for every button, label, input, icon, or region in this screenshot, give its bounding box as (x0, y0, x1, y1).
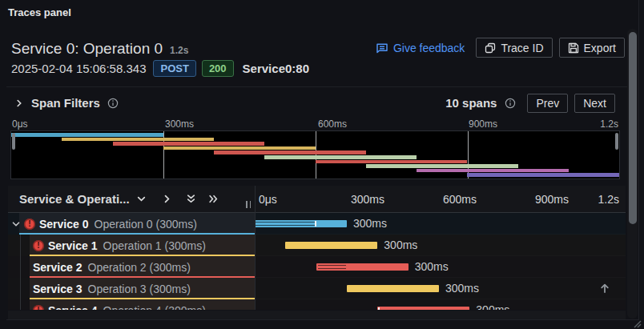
trace-id-button[interactable]: Trace ID (476, 38, 552, 58)
status-badge: 200 (202, 60, 234, 77)
trace-id-label: Trace ID (501, 42, 543, 54)
span-filters-label: Span Filters (31, 96, 100, 110)
axis-tick: 0μs (12, 118, 28, 130)
prev-span-button[interactable]: Prev (527, 94, 568, 113)
span-bar[interactable] (316, 263, 409, 271)
indent-guide (20, 235, 21, 256)
scrollbar-thumb[interactable] (629, 32, 637, 224)
comment-icon (376, 42, 388, 54)
minimap-span (214, 150, 366, 154)
service-name: Service 1 (48, 239, 98, 252)
service-name: Service 0 (39, 218, 89, 231)
service-name: Service 2 (33, 261, 83, 274)
axis-tick: 600ms (443, 193, 477, 206)
export-label: Export (584, 42, 616, 54)
axis-tick: 600ms (318, 118, 347, 130)
operation-name: Operation 3 (300ms) (88, 283, 191, 295)
child-span-stripe (255, 222, 315, 226)
service-host: Service0:80 (243, 62, 309, 75)
chevron-down-icon[interactable] (136, 194, 147, 204)
trace-duration: 1.2s (170, 45, 188, 56)
span-row-service-4[interactable]: ! Service 4 Operation 4 (300ms) 300ms (8, 299, 626, 310)
span-filters-toggle[interactable]: Span Filters (14, 96, 119, 110)
error-icon: ! (24, 219, 35, 230)
trace-header: Service 0: Operation 0 1.2s (11, 40, 188, 58)
axis-tick: 1.2s (600, 118, 618, 130)
operation-name: Operation 4 (300ms) (103, 304, 206, 311)
double-chevron-down-icon[interactable] (186, 194, 196, 204)
child-span-stripe (318, 265, 346, 269)
axis-tick: 0μs (259, 193, 277, 206)
span-rows: ! Service 0 Operation 0 (300ms) 300ms (8, 213, 626, 310)
column-resize-handle[interactable] (246, 201, 251, 208)
chevron-down-icon[interactable] (11, 219, 21, 229)
axis-tick: 900ms (469, 118, 497, 130)
double-chevron-right-icon[interactable] (208, 194, 219, 204)
span-bar[interactable] (285, 242, 377, 249)
span-bar[interactable] (255, 220, 347, 227)
operation-name: Operation 2 (300ms) (88, 261, 191, 274)
trace-title: Service 0: Operation 0 (11, 40, 163, 58)
span-duration-label: 300ms (476, 303, 509, 310)
info-icon[interactable] (505, 98, 516, 109)
minimap-span (467, 173, 619, 177)
name-column-header: Service & Operati... (19, 192, 130, 206)
table-header: Service & Operati... 0μs 300ms 600ms (8, 186, 626, 213)
method-badge: POST (153, 60, 195, 77)
span-duration-label: 300ms (384, 239, 417, 251)
minimap-span (11, 133, 163, 137)
span-duration-label: 300ms (353, 217, 387, 230)
span-row-service-0[interactable]: ! Service 0 Operation 0 (300ms) 300ms (8, 213, 626, 235)
span-bar[interactable] (377, 307, 469, 310)
axis-tick: 900ms (535, 193, 569, 206)
minimap-span (417, 169, 569, 173)
timeline-axis: 0μs 300ms 600ms 900ms 1.2s (255, 186, 626, 212)
span-count: 10 spans (445, 96, 497, 110)
prev-label: Prev (536, 97, 559, 110)
span-duration-label: 300ms (445, 282, 479, 295)
span-table: Service & Operati... 0μs 300ms 600ms (8, 186, 626, 310)
operation-name: Operation 0 (300ms) (95, 218, 197, 231)
minimap-span (113, 142, 265, 146)
operation-name: Operation 1 (300ms) (103, 239, 206, 252)
next-span-button[interactable]: Next (574, 94, 615, 113)
minimap-axis: 0μs 300ms 600ms 900ms 1.2s (10, 118, 620, 129)
span-bar[interactable] (347, 285, 439, 292)
give-feedback-link[interactable]: Give feedback (376, 42, 465, 54)
panel-border (638, 0, 639, 320)
axis-tick: 300ms (351, 193, 384, 206)
info-icon[interactable] (107, 98, 119, 109)
minimap-span (366, 164, 518, 168)
indent-guide (20, 278, 21, 299)
chevron-right-icon (14, 98, 24, 108)
span-duration-label: 300ms (415, 260, 449, 273)
export-button[interactable]: Export (559, 38, 625, 58)
copy-icon (485, 42, 496, 54)
span-tick (378, 307, 380, 310)
minimap-span (316, 160, 468, 164)
panel-resize-handle[interactable] (632, 317, 642, 329)
save-icon (568, 42, 579, 54)
horizontal-scrollbar[interactable] (8, 311, 626, 319)
traces-panel: Traces panel Service 0: Operation 0 1.2s… (0, 0, 644, 329)
minimap-right-handle[interactable] (615, 133, 618, 150)
vertical-scrollbar[interactable] (627, 29, 638, 319)
chevron-right-icon[interactable] (162, 194, 172, 204)
give-feedback-label: Give feedback (393, 42, 465, 54)
panel-title: Traces panel (8, 6, 71, 18)
axis-tick: 300ms (165, 118, 194, 130)
span-tick (315, 221, 316, 227)
span-row-service-1[interactable]: ! Service 1 Operation 1 (300ms) 300ms (8, 235, 626, 256)
trace-minimap[interactable] (10, 130, 620, 179)
span-row-service-2[interactable]: Service 2 Operation 2 (300ms) 300ms (8, 256, 626, 278)
span-row-service-3[interactable]: Service 3 Operation 3 (300ms) 300ms (8, 278, 626, 299)
trace-subheader: 2025-02-04 15:06:58.343 POST 200 Service… (11, 59, 309, 77)
service-name: Service 4 (48, 304, 98, 311)
trace-timestamp: 2025-02-04 15:06:58.343 (11, 62, 146, 75)
minimap-span (62, 138, 214, 142)
minimap-span (163, 146, 316, 150)
span-filters-bar: Span Filters 10 spans Prev Next (6, 86, 638, 118)
minimap-left-handle[interactable] (12, 133, 15, 150)
axis-tick: 1.2s (598, 193, 619, 206)
error-icon: ! (33, 240, 44, 251)
